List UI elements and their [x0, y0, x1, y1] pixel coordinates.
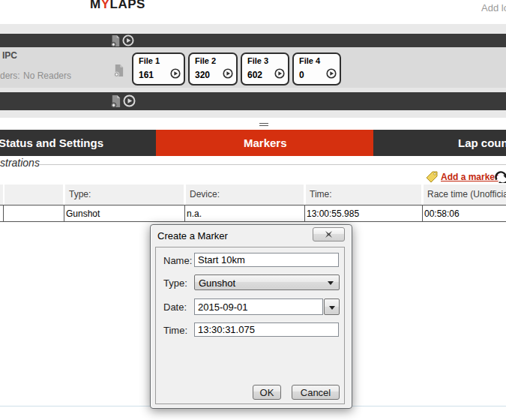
file-count: 0: [299, 70, 304, 80]
file-count: 161: [139, 70, 154, 80]
table-header-row: Type: Device: Time: Race time (Unofficia…: [0, 184, 506, 205]
name-input[interactable]: [194, 253, 339, 267]
file-label: File 2: [195, 56, 216, 65]
header-cell-type[interactable]: Type:: [65, 184, 184, 205]
tag-icon: [425, 170, 439, 186]
date-label: Date:: [163, 302, 187, 313]
cancel-button[interactable]: Cancel: [292, 385, 340, 400]
toolbar-top: [0, 34, 506, 47]
cell-divider: [3, 206, 4, 221]
close-icon: [325, 231, 333, 238]
header-label: Time:: [310, 189, 332, 200]
type-dropdown[interactable]: Gunshot: [194, 274, 340, 290]
tab-markers[interactable]: Markers: [156, 130, 373, 156]
toolbar-bottom: [0, 92, 506, 110]
cell-divider: [64, 206, 64, 221]
tab-status-and-settings[interactable]: Status and Settings: [0, 130, 156, 156]
name-label: Name:: [163, 255, 192, 266]
time-label: Time:: [163, 325, 187, 336]
logo-letter-y: Y: [101, 0, 110, 11]
section-title: strations: [0, 157, 40, 169]
readers-value: No Readers: [23, 70, 71, 81]
file-count: 320: [195, 70, 210, 80]
play-file-icon[interactable]: [326, 68, 337, 82]
header-cell-empty: [0, 184, 3, 205]
splitter-handle[interactable]: [259, 122, 268, 127]
refresh-icon[interactable]: [494, 170, 506, 186]
cell-divider: [422, 206, 423, 221]
file-label: File 3: [247, 56, 268, 65]
dialog-title: Create a Marker: [157, 230, 228, 242]
header-cell-time[interactable]: Time:: [306, 184, 421, 205]
play-file-icon[interactable]: [223, 68, 233, 82]
dialog-form-panel: Name: Type: Gunshot Date: Time: OK Cance…: [155, 247, 345, 404]
cell-device: n.a.: [187, 208, 202, 219]
add-file-icon[interactable]: [110, 94, 121, 111]
header-cell-racetime[interactable]: Race time (Unofficial): [424, 184, 506, 205]
logo-letters-laps: LAPS: [110, 0, 145, 11]
cell-racetime: 00:58:06: [424, 208, 460, 219]
chevron-down-icon: [328, 281, 334, 285]
separator-strip-3: [0, 110, 506, 118]
tab-lap-count[interactable]: Lap count: [373, 130, 506, 156]
close-button[interactable]: [313, 227, 345, 242]
add-marker-link[interactable]: Add a marker: [441, 172, 499, 182]
add-location-link[interactable]: Add loc: [481, 2, 506, 14]
play-icon[interactable]: [123, 94, 136, 110]
ipc-panel: IPC ders: No Readers File 1 161 File 2 3…: [0, 47, 506, 88]
chevron-down-icon: [329, 306, 335, 310]
tab-bar: Status and Settings Markers Lap count: [0, 130, 506, 156]
ok-button[interactable]: OK: [253, 385, 281, 400]
header-cell-device[interactable]: Device:: [186, 184, 304, 205]
time-input[interactable]: [194, 322, 339, 337]
file-box-3[interactable]: File 3 602: [241, 52, 289, 86]
cell-time: 13:00:55.985: [307, 208, 359, 219]
play-file-icon[interactable]: [274, 68, 285, 82]
cell-type: Gunshot: [66, 208, 100, 219]
type-label: Type:: [163, 278, 187, 289]
type-value: Gunshot: [199, 278, 235, 289]
readers-label: ders:: [0, 70, 20, 81]
file-box-2[interactable]: File 2 320: [188, 52, 238, 86]
table-row[interactable]: Gunshot n.a. 13:00:55.985 00:58:06: [0, 205, 506, 222]
header-label: Type:: [69, 189, 91, 200]
date-dropdown-button[interactable]: [324, 298, 340, 315]
app-window: MYLAPS Add loc IPC ders: No Readers File…: [0, 0, 506, 420]
create-marker-dialog: Create a Marker Name: Type: Gunshot Date…: [150, 224, 352, 409]
file-label: File 1: [139, 56, 160, 65]
splitter-line: [259, 125, 268, 126]
splitter-line: [259, 123, 268, 124]
tab-label: Markers: [244, 136, 287, 149]
header-label: Race time (Unofficial): [427, 189, 506, 200]
logo-letter-m: M: [90, 0, 101, 11]
tab-label: Lap count: [458, 136, 506, 149]
header-cell-empty: [4, 184, 63, 205]
add-file-icon[interactable]: [113, 64, 124, 80]
file-label: File 4: [299, 56, 320, 65]
section-divider: [39, 164, 506, 165]
date-input[interactable]: [194, 298, 323, 315]
play-file-icon[interactable]: [170, 68, 181, 82]
ipc-title: IPC: [2, 50, 17, 61]
header-label: Device:: [190, 189, 220, 200]
tab-label: Status and Settings: [0, 136, 103, 149]
separator-strip-1: [0, 24, 506, 34]
cell-divider: [184, 206, 185, 221]
mylaps-logo: MYLAPS: [90, 0, 145, 12]
file-box-4[interactable]: File 4 0: [292, 52, 341, 86]
file-box-1[interactable]: File 1 161: [132, 52, 185, 86]
file-count: 602: [247, 70, 262, 80]
cell-divider: [304, 206, 305, 221]
